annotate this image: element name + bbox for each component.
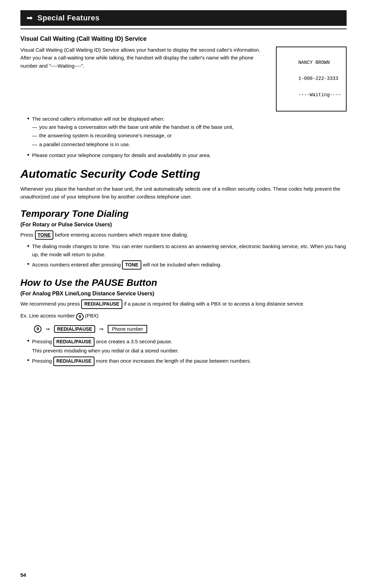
bullet-item: • Pressing REDIAL/PAUSE once creates a 3… (27, 337, 347, 354)
ex-label: Ex. Line access number (20, 312, 75, 319)
temp-tone-heading: Temporary Tone Dialing (20, 208, 347, 220)
seq-arrow2: ⇒ (99, 326, 104, 332)
temp-tone-intro: Press TONE before entering access number… (20, 230, 347, 240)
page-header: ➡ Special Features (20, 10, 347, 26)
bullet-dot: • (27, 260, 29, 268)
bullet-content: Pressing REDIAL/PAUSE more than once inc… (32, 357, 347, 366)
visual-cw-text: Visual Call Waiting (Call Waiting ID) Se… (20, 46, 268, 111)
visual-cw-section: Visual Call Waiting (Call Waiting ID) Se… (20, 35, 347, 159)
bullet-dot: • (27, 357, 29, 364)
bullet-text: Pressing REDIAL/PAUSE more than once inc… (32, 358, 251, 364)
display-line1: NANCY BROWN (298, 60, 330, 65)
bullet-item: • Access numbers entered after pressing … (27, 260, 347, 270)
temp-tone-bullets: • The dialing mode changes to tone. You … (27, 242, 347, 270)
redial-key-inline2: REDIAL/PAUSE (53, 357, 94, 366)
temp-tone-subheading: (For Rotary or Pulse Service Users) (20, 222, 347, 228)
redial-key-inline: REDIAL/PAUSE (53, 337, 94, 347)
display-line2: 1-000-222-3333 (298, 76, 338, 81)
sub-dash: — (32, 123, 37, 131)
bullet-content: The second caller's information will not… (32, 115, 347, 150)
sub-bullet-item: — the answering system is recording some… (32, 132, 347, 140)
bullet-text: Access numbers entered after pressing TO… (32, 262, 222, 267)
bullet-item: • The second caller's information will n… (27, 115, 347, 150)
bullet-text: Please contact your telephone company fo… (32, 152, 211, 158)
tone-key-inline: TONE (122, 260, 141, 270)
bullet-content: Access numbers entered after pressing TO… (32, 260, 347, 270)
display-line3: ----Waiting---- (298, 92, 341, 98)
seq-phone-number: Phone number (108, 325, 147, 333)
seq-redial-pause: REDIAL/PAUSE (54, 325, 95, 333)
page-number: 54 (20, 572, 26, 578)
bullet-content: Pressing REDIAL/PAUSE once creates a 3.5… (32, 337, 347, 354)
bullet-dot: • (27, 115, 29, 123)
header-divider (20, 29, 347, 29)
key-9-circle: 9 (76, 313, 84, 321)
auto-security-paragraph: Whenever you place the handset on the ba… (20, 185, 347, 201)
redial-pause-key: REDIAL/PAUSE (81, 299, 122, 309)
sub-bullet-list: — you are having a conversation with the… (32, 123, 347, 149)
bullet-dot: • (27, 242, 29, 250)
visual-cw-paragraph: Visual Call Waiting (Call Waiting ID) Se… (20, 46, 268, 70)
bullet-item: • Pressing REDIAL/PAUSE more than once i… (27, 357, 347, 366)
visual-cw-heading: Visual Call Waiting (Call Waiting ID) Se… (20, 35, 347, 42)
pause-intro: We recommend you press REDIAL/PAUSE if a… (20, 299, 347, 309)
bullet-content: Please contact your telephone company fo… (32, 151, 347, 159)
seq-key-9: 9 (34, 325, 41, 333)
header-title: Special Features (37, 14, 100, 22)
bullet-content: The dialing mode changes to tone. You ca… (32, 242, 347, 258)
header-arrow-icon: ➡ (27, 14, 33, 22)
auto-security-section: Automatic Security Code Setting Whenever… (20, 167, 347, 201)
visual-cw-content: Visual Call Waiting (Call Waiting ID) Se… (20, 46, 347, 111)
tone-key-button: TONE (35, 230, 54, 240)
sub-bullet-text: a parallel connected telephone is in use… (39, 141, 130, 149)
pause-subheading: (For Analog PBX Line/Long Distance Servi… (20, 291, 347, 297)
ex-line: Ex. Line access number 9 (PBX) (20, 312, 347, 322)
sub-dash: — (32, 132, 37, 140)
sub-dash: — (32, 141, 37, 149)
sub-bullet-item: — you are having a conversation with the… (32, 123, 347, 131)
bullet-dot: • (27, 151, 29, 159)
sub-bullet-text: the answering system is recording someon… (39, 132, 172, 140)
sub-bullet-item: — a parallel connected telephone is in u… (32, 141, 347, 149)
bullet-dot: • (27, 337, 29, 345)
visual-cw-bullets: • The second caller's information will n… (27, 115, 347, 159)
bullet-text: The dialing mode changes to tone. You ca… (32, 243, 346, 257)
temp-tone-section: Temporary Tone Dialing (For Rotary or Pu… (20, 208, 347, 270)
bullet-text: The second caller's information will not… (32, 116, 164, 122)
display-box: NANCY BROWN 1-000-222-3333 ----Waiting--… (276, 47, 347, 111)
dialing-sequence: 9 ⇒ REDIAL/PAUSE ⇒ Phone number (34, 325, 347, 333)
pause-button-section: How to Use the PAUSE Button (For Analog … (20, 277, 347, 366)
sub-bullet-text: you are having a conversation with the b… (39, 123, 233, 131)
ex-pbx: (PBX) (85, 312, 99, 319)
bullet-text: Pressing REDIAL/PAUSE once creates a 3.5… (32, 339, 179, 353)
pause-bullets: • Pressing REDIAL/PAUSE once creates a 3… (27, 337, 347, 366)
bullet-item: • Please contact your telephone company … (27, 151, 347, 159)
seq-arrow1: ⇒ (46, 326, 50, 332)
auto-security-heading: Automatic Security Code Setting (20, 167, 347, 181)
pause-heading: How to Use the PAUSE Button (20, 277, 347, 289)
bullet-item: • The dialing mode changes to tone. You … (27, 242, 347, 258)
